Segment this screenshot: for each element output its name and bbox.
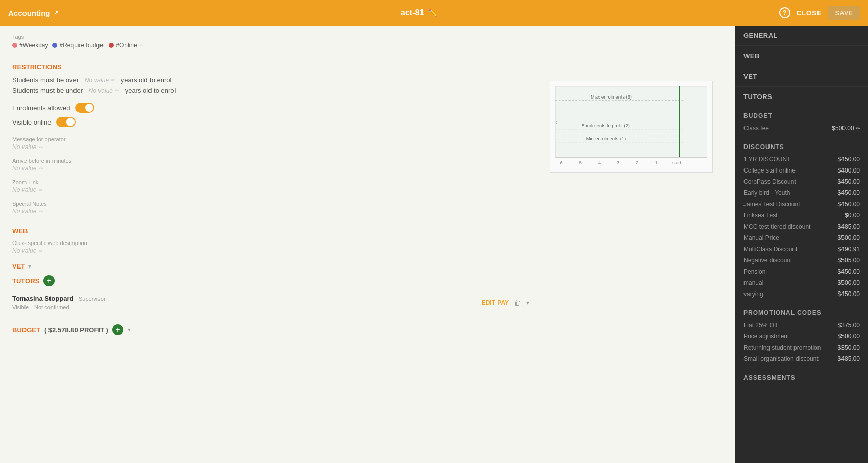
svg-text:1: 1: [655, 160, 657, 165]
tutor-visible-status: Not confirmed: [34, 304, 69, 310]
help-icon[interactable]: ?: [779, 7, 790, 18]
sidebar-nav-web[interactable]: WEB: [735, 46, 868, 66]
close-button[interactable]: CLOSE: [797, 9, 822, 17]
tutor-info: Tomasina Stoppard Supervisor Visible Not…: [12, 295, 476, 311]
restriction-over-row: Students must be over No value✏ years ol…: [12, 76, 529, 84]
sidebar-discount-mcc: MCC test tiered discount $485.00: [735, 221, 868, 232]
message-edit-icon[interactable]: ✏: [38, 144, 42, 150]
restriction-under-edit[interactable]: ✏: [115, 88, 119, 93]
restriction-over-suffix: years old to enrol: [121, 76, 172, 84]
sidebar-promo-small-org: Small organisation discount $485.00: [735, 353, 868, 364]
discount-pension-value: $450.00: [838, 268, 860, 275]
add-tutor-button[interactable]: +: [43, 275, 55, 286]
class-desc-edit-icon[interactable]: ✏: [38, 248, 42, 254]
vet-heading: VET: [12, 262, 25, 270]
arrive-before-group: Arrive before in minutes No value✏: [12, 158, 529, 172]
sidebar-nav-general[interactable]: GENERAL: [735, 26, 868, 46]
tag-dot-require-budget: [52, 43, 57, 48]
add-budget-button[interactable]: +: [112, 324, 123, 335]
svg-text:start: start: [672, 160, 681, 165]
tutor-actions: EDIT PAY 🗑 ▾: [482, 299, 529, 307]
class-desc-value[interactable]: No value✏: [12, 247, 529, 254]
tutor-row: Tomasina Stoppard Supervisor Visible Not…: [12, 291, 529, 314]
zoom-link-group: Zoom Link No value✏: [12, 179, 529, 193]
record-id: act-81: [401, 8, 424, 17]
sidebar-nav-vet[interactable]: VET: [735, 66, 868, 87]
restriction-under-label: Students must be under: [12, 87, 83, 94]
tags-list: #Weekday #Require budget #Online ✏: [12, 42, 723, 49]
discount-james-value: $450.00: [838, 201, 860, 208]
sidebar-discount-manual: manual $500.00: [735, 277, 868, 288]
sidebar-divider-3: [735, 367, 868, 367]
tutors-heading: TUTORS: [12, 277, 39, 285]
discount-mcc-label: MCC test tiered discount: [743, 223, 810, 230]
promo-price-adj-value: $500.00: [838, 333, 860, 340]
tag-online[interactable]: #Online ✏: [109, 42, 143, 49]
discount-negative-value: $505.00: [838, 257, 860, 264]
header-actions: ? CLOSE SAVE: [779, 6, 860, 20]
tag-dot-weekday: [12, 43, 17, 48]
svg-text:6: 6: [560, 160, 563, 165]
sidebar-class-fee-value: $500.00 ✏: [832, 125, 860, 132]
save-button[interactable]: SAVE: [828, 6, 860, 20]
vet-section[interactable]: VET ▾: [12, 262, 529, 270]
tags-section: Tags #Weekday #Require budget #Online ✏: [12, 34, 723, 49]
restriction-over-label: Students must be over: [12, 76, 79, 84]
svg-text:Max enrolments (6): Max enrolments (6): [591, 94, 632, 100]
sidebar-promo-title: PROMOTIONAL CODES: [735, 304, 868, 320]
edit-title-icon[interactable]: ✏️: [428, 9, 437, 17]
promo-small-org-label: Small organisation discount: [743, 355, 819, 362]
message-operator-group: Message for operator No value✏: [12, 136, 529, 151]
restriction-over-edit[interactable]: ✏: [111, 77, 115, 83]
chart-svg: Max enrolments (6) Enrolments to profit …: [555, 86, 707, 167]
sidebar-discounts-title: DISCOUNTS: [735, 138, 868, 154]
sidebar-nav-tutors[interactable]: TUTORS: [735, 87, 868, 107]
class-fee-edit-icon[interactable]: ✏: [856, 126, 860, 131]
external-link-icon: ↗: [54, 9, 59, 16]
budget-profit-label: ( $2,578.80 PROFIT ): [44, 326, 108, 334]
tag-label-weekday: #Weekday: [19, 42, 48, 49]
promo-price-adj-label: Price adjustment: [743, 333, 789, 340]
zoom-link-label: Zoom Link: [12, 179, 529, 185]
message-operator-label: Message for operator: [12, 136, 529, 142]
discount-college-staff-value: $400.00: [838, 167, 860, 174]
enrolments-allowed-label: Enrolments allowed: [12, 104, 70, 112]
special-notes-value[interactable]: No value✏: [12, 208, 529, 215]
enrolments-allowed-toggle[interactable]: [75, 103, 94, 113]
sidebar-discount-1yr: 1 YR DISCOUNT $450.00: [735, 154, 868, 165]
tutors-heading-row: TUTORS +: [12, 275, 529, 286]
arrive-edit-icon[interactable]: ✏: [38, 166, 42, 172]
discount-pension-label: Pension: [743, 268, 765, 275]
tag-require-budget[interactable]: #Require budget: [52, 42, 105, 49]
sidebar-discount-linksea: Linksea Test $0.00: [735, 210, 868, 221]
tag-weekday[interactable]: #Weekday: [12, 42, 48, 49]
restriction-over-value[interactable]: No value: [85, 77, 109, 84]
sidebar-discount-corppass: CorpPass Discount $450.00: [735, 176, 868, 187]
class-desc-group: Class specific web description No value✏: [12, 240, 529, 254]
arrive-before-value[interactable]: No value✏: [12, 165, 529, 172]
message-operator-value[interactable]: No value✏: [12, 143, 529, 151]
tag-edit-icon[interactable]: ✏: [139, 43, 143, 48]
zoom-edit-icon[interactable]: ✏: [38, 187, 42, 193]
sidebar-promo-price-adj: Price adjustment $500.00: [735, 331, 868, 342]
sidebar-divider-2: [735, 302, 868, 302]
special-notes-edit-icon[interactable]: ✏: [38, 209, 42, 214]
svg-text:2: 2: [636, 160, 638, 165]
tag-label-online: #Online: [116, 42, 137, 49]
sidebar-class-fee-row: Class fee $500.00 ✏: [735, 123, 868, 134]
discount-college-staff-label: College staff online: [743, 167, 796, 174]
expand-tutor-icon[interactable]: ▾: [526, 299, 529, 306]
discount-james-label: James Test Discount: [743, 201, 800, 208]
visible-online-toggle[interactable]: [56, 117, 76, 127]
restriction-under-value[interactable]: No value: [89, 87, 113, 94]
sidebar-class-fee-label: Class fee: [743, 125, 769, 132]
delete-tutor-icon[interactable]: 🗑: [514, 299, 521, 307]
restrictions-heading: RESTRICTIONS: [12, 63, 529, 71]
visible-online-row: Visible online: [12, 117, 529, 127]
discount-1yr-value: $450.00: [838, 156, 860, 163]
sidebar-assessments-title: ASSESSMENTS: [735, 369, 868, 384]
edit-pay-button[interactable]: EDIT PAY: [482, 299, 509, 306]
main-layout: Tags #Weekday #Require budget #Online ✏: [0, 26, 868, 463]
zoom-link-value[interactable]: No value✏: [12, 186, 529, 193]
discount-manual-price-label: Manual Price: [743, 234, 779, 241]
